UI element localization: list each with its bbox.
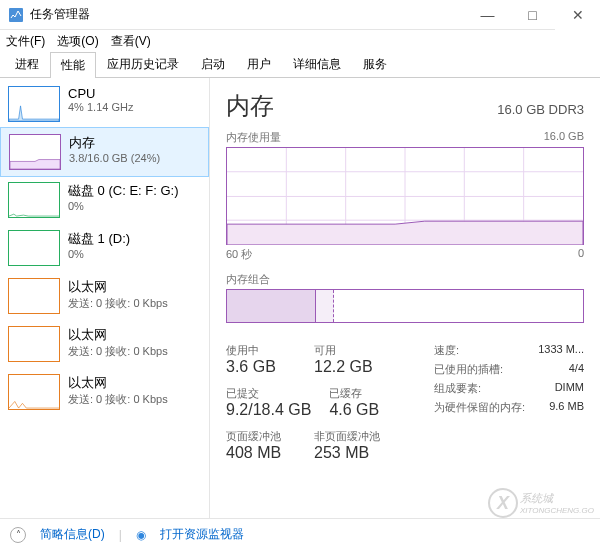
prop-speed-label: 速度:: [434, 343, 459, 358]
prop-form: DIMM: [555, 381, 584, 396]
resource-monitor-icon: ◉: [136, 528, 146, 542]
watermark: X 系统城 XITONGCHENG.GO: [488, 488, 594, 518]
sidebar-item-label: 磁盘 0 (C: E: F: G:): [68, 182, 201, 200]
detail-pane: 内存 16.0 GB DDR3 内存使用量 16.0 GB 60 秒 0 内存组…: [210, 78, 600, 518]
memory-composition-chart: [226, 289, 584, 323]
tab-performance[interactable]: 性能: [50, 52, 96, 78]
watermark-text: 系统城: [520, 491, 594, 506]
detail-capacity: 16.0 GB DDR3: [497, 102, 584, 117]
sidebar-item-sub: 4% 1.14 GHz: [68, 101, 201, 113]
sidebar-item-label: 磁盘 1 (D:): [68, 230, 201, 248]
sidebar-item-sub: 0%: [68, 200, 201, 212]
chart-usage-max: 16.0 GB: [544, 130, 584, 145]
sidebar-item-cpu[interactable]: CPU 4% 1.14 GHz: [0, 80, 209, 128]
cpu-thumbnail-chart: [8, 86, 60, 122]
sidebar-item-label: CPU: [68, 86, 201, 101]
main-area: CPU 4% 1.14 GHz 内存 3.8/16.0 GB (24%) 磁盘 …: [0, 78, 600, 518]
tab-app-history[interactable]: 应用历史记录: [96, 51, 190, 77]
ethernet-thumbnail-chart: [8, 374, 60, 410]
watermark-logo-icon: X: [488, 488, 518, 518]
sidebar-item-label: 以太网: [68, 278, 201, 296]
sidebar-item-label: 以太网: [68, 326, 201, 344]
sidebar-item-label: 以太网: [68, 374, 201, 392]
window-title: 任务管理器: [30, 6, 465, 23]
prop-reserved: 9.6 MB: [549, 400, 584, 415]
sidebar-item-ethernet-1[interactable]: 以太网 发送: 0 接收: 0 Kbps: [0, 320, 209, 368]
memory-usage-chart: [226, 147, 584, 245]
menu-file[interactable]: 文件(F): [6, 33, 45, 50]
footer-bar: ˄ 简略信息(D) | ◉ 打开资源监视器: [0, 518, 600, 550]
maximize-button[interactable]: □: [510, 0, 555, 30]
app-icon: [8, 7, 24, 23]
minimize-button[interactable]: —: [465, 0, 510, 30]
sidebar-item-sub: 0%: [68, 248, 201, 260]
sidebar-item-disk-1[interactable]: 磁盘 1 (D:) 0%: [0, 224, 209, 272]
prop-speed: 1333 M...: [538, 343, 584, 358]
open-resource-monitor-link[interactable]: 打开资源监视器: [160, 526, 244, 543]
title-bar: 任务管理器 — □ ✕: [0, 0, 600, 30]
menu-bar: 文件(F) 选项(O) 查看(V): [0, 30, 600, 52]
stat-in-use: 3.6 GB: [226, 358, 296, 376]
tab-services[interactable]: 服务: [352, 51, 398, 77]
memory-thumbnail-chart: [9, 134, 61, 170]
stat-paged: 408 MB: [226, 444, 296, 462]
sidebar-item-memory[interactable]: 内存 3.8/16.0 GB (24%): [0, 127, 209, 177]
prop-slots: 4/4: [569, 362, 584, 377]
chart-axis-left: 60 秒: [226, 247, 252, 262]
stat-nonpaged-label: 非页面缓冲池: [314, 429, 384, 444]
watermark-url: XITONGCHENG.GO: [520, 506, 594, 515]
prop-form-label: 组成要素:: [434, 381, 481, 396]
chart-axis-right: 0: [578, 247, 584, 262]
sidebar-item-sub: 发送: 0 接收: 0 Kbps: [68, 392, 201, 407]
stat-nonpaged: 253 MB: [314, 444, 384, 462]
ethernet-thumbnail-chart: [8, 326, 60, 362]
menu-options[interactable]: 选项(O): [57, 33, 98, 50]
prop-reserved-label: 为硬件保留的内存:: [434, 400, 525, 415]
prop-slots-label: 已使用的插槽:: [434, 362, 503, 377]
sidebar-item-sub: 3.8/16.0 GB (24%): [69, 152, 200, 164]
chart-usage-label: 内存使用量: [226, 130, 281, 145]
stat-cached: 4.6 GB: [329, 401, 399, 419]
sidebar-item-label: 内存: [69, 134, 200, 152]
sidebar-item-sub: 发送: 0 接收: 0 Kbps: [68, 296, 201, 311]
performance-sidebar: CPU 4% 1.14 GHz 内存 3.8/16.0 GB (24%) 磁盘 …: [0, 78, 210, 518]
stat-paged-label: 页面缓冲池: [226, 429, 296, 444]
ethernet-thumbnail-chart: [8, 278, 60, 314]
sidebar-item-disk-0[interactable]: 磁盘 0 (C: E: F: G:) 0%: [0, 176, 209, 224]
sidebar-item-sub: 发送: 0 接收: 0 Kbps: [68, 344, 201, 359]
sidebar-item-ethernet-2[interactable]: 以太网 发送: 0 接收: 0 Kbps: [0, 368, 209, 416]
disk-thumbnail-chart: [8, 230, 60, 266]
close-button[interactable]: ✕: [555, 0, 600, 30]
detail-title: 内存: [226, 90, 274, 122]
menu-view[interactable]: 查看(V): [111, 33, 151, 50]
disk-thumbnail-chart: [8, 182, 60, 218]
tab-details[interactable]: 详细信息: [282, 51, 352, 77]
chevron-up-icon[interactable]: ˄: [10, 527, 26, 543]
tab-startup[interactable]: 启动: [190, 51, 236, 77]
tab-bar: 进程 性能 应用历史记录 启动 用户 详细信息 服务: [0, 52, 600, 78]
stat-available-label: 可用: [314, 343, 384, 358]
composition-label: 内存组合: [226, 272, 584, 287]
sidebar-item-ethernet-0[interactable]: 以太网 发送: 0 接收: 0 Kbps: [0, 272, 209, 320]
stat-cached-label: 已缓存: [329, 386, 399, 401]
stat-committed: 9.2/18.4 GB: [226, 401, 311, 419]
stat-in-use-label: 使用中: [226, 343, 296, 358]
stat-committed-label: 已提交: [226, 386, 311, 401]
tab-users[interactable]: 用户: [236, 51, 282, 77]
stat-available: 12.2 GB: [314, 358, 384, 376]
tab-processes[interactable]: 进程: [4, 51, 50, 77]
fewer-details-link[interactable]: 简略信息(D): [40, 526, 105, 543]
